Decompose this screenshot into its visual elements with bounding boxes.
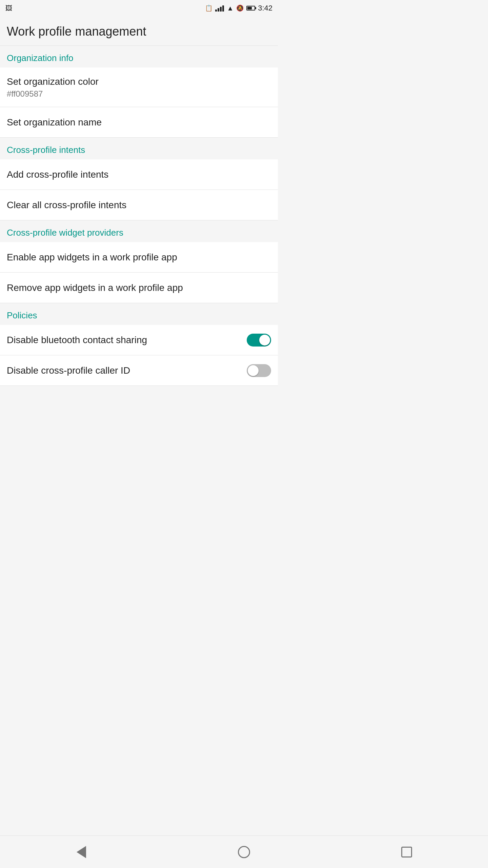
list-item-remove-widgets[interactable]: Remove app widgets in a work profile app <box>0 273 278 303</box>
list-item-set-org-name[interactable]: Set organization name <box>0 107 278 138</box>
clear-cross-profile-title: Clear all cross-profile intents <box>7 199 271 211</box>
list-item-disable-bluetooth[interactable]: Disable bluetooth contact sharing <box>0 325 278 355</box>
section-organization-info: Organization info <box>0 46 278 67</box>
set-org-name-title: Set organization name <box>7 116 271 129</box>
enable-widgets-title: Enable app widgets in a work profile app <box>7 251 271 263</box>
section-policies: Policies <box>0 303 278 325</box>
list-item-clear-cross-profile[interactable]: Clear all cross-profile intents <box>0 190 278 220</box>
status-bar-right: 📋 ▲ 🔕 3:42 <box>205 4 272 13</box>
signal-bar-3 <box>220 7 222 12</box>
add-cross-profile-content: Add cross-profile intents <box>7 169 271 181</box>
section-cross-profile-widget-label: Cross-profile widget providers <box>7 228 123 238</box>
page-title-bar: Work profile management <box>0 16 278 46</box>
page-title: Work profile management <box>7 24 146 38</box>
signal-bar-4 <box>222 5 224 12</box>
disable-caller-id-content: Disable cross-profile caller ID <box>7 364 247 377</box>
remove-widgets-content: Remove app widgets in a work profile app <box>7 282 271 294</box>
disable-caller-id-toggle-knob <box>248 365 259 376</box>
section-cross-profile-intents: Cross-profile intents <box>0 138 278 159</box>
wifi-icon: ▲ <box>227 4 233 12</box>
status-bar: 🖼 📋 ▲ 🔕 3:42 <box>0 0 278 16</box>
remove-widgets-title: Remove app widgets in a work profile app <box>7 282 271 294</box>
battery-fill <box>247 7 252 9</box>
status-time: 3:42 <box>258 4 272 13</box>
screenshot-icon: 🖼 <box>5 4 12 12</box>
section-policies-label: Policies <box>7 310 37 320</box>
disable-bluetooth-content: Disable bluetooth contact sharing <box>7 334 247 346</box>
disable-bluetooth-toggle[interactable] <box>247 334 271 347</box>
clear-cross-profile-content: Clear all cross-profile intents <box>7 199 271 211</box>
disable-bluetooth-title: Disable bluetooth contact sharing <box>7 334 247 346</box>
set-org-color-title: Set organization color <box>7 76 271 88</box>
section-cross-profile-widget: Cross-profile widget providers <box>0 220 278 242</box>
list-item-set-org-color[interactable]: Set organization color #ff009587 <box>0 67 278 107</box>
battery-icon <box>246 6 255 11</box>
enable-widgets-content: Enable app widgets in a work profile app <box>7 251 271 263</box>
disable-bluetooth-toggle-knob <box>259 335 270 346</box>
section-organization-info-label: Organization info <box>7 53 74 63</box>
section-cross-profile-intents-label: Cross-profile intents <box>7 145 85 155</box>
signal-bar-2 <box>218 8 219 12</box>
status-bar-left: 🖼 <box>5 4 12 12</box>
set-org-color-subtitle: #ff009587 <box>7 89 271 99</box>
signal-icon <box>215 5 224 12</box>
list-item-disable-caller-id[interactable]: Disable cross-profile caller ID <box>0 355 278 386</box>
add-cross-profile-title: Add cross-profile intents <box>7 169 271 181</box>
list-item-add-cross-profile[interactable]: Add cross-profile intents <box>0 159 278 190</box>
signal-bar-1 <box>215 9 217 12</box>
notification-icon: 🔕 <box>236 4 244 12</box>
sim-icon: 📋 <box>205 4 212 12</box>
main-content: Organization info Set organization color… <box>0 46 278 420</box>
disable-caller-id-title: Disable cross-profile caller ID <box>7 364 247 377</box>
disable-caller-id-toggle[interactable] <box>247 364 271 377</box>
set-org-color-content: Set organization color #ff009587 <box>7 76 271 99</box>
list-item-enable-widgets[interactable]: Enable app widgets in a work profile app <box>0 242 278 273</box>
set-org-name-content: Set organization name <box>7 116 271 129</box>
